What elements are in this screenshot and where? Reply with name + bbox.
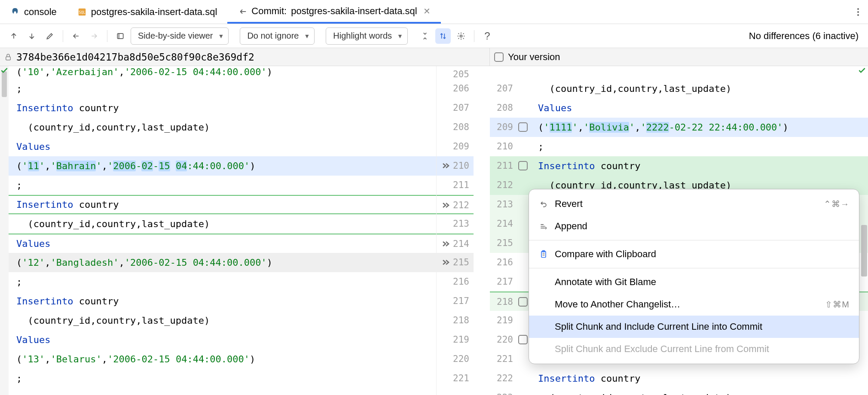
edit-button[interactable] [42,28,58,44]
include-all-checkbox[interactable] [494,52,504,62]
right-scrollbar[interactable] [860,66,868,395]
line-number[interactable]: 209 [490,118,533,137]
line-number[interactable]: 222 [490,369,533,388]
line-number[interactable]: 217 [490,272,533,292]
line-number[interactable]: 220 [437,349,474,369]
line-number[interactable]: 220 [490,330,533,349]
line-number[interactable]: 214 [490,214,533,234]
left-pane[interactable]: ('10','Azerbaijan','2006-02-15 04:44:00.… [0,66,436,395]
viewer-mode-dropdown[interactable]: Side-by-side viewer ▼ [131,27,229,45]
line-number[interactable]: 210 [490,137,533,156]
chevron-down-icon: ▼ [304,33,310,40]
settings-button[interactable] [453,28,469,44]
tab-commit[interactable]: Commit: postgres-sakila-insert-data.sql … [227,0,440,24]
line-number[interactable]: 208 [490,98,533,118]
menu-item-label: Revert [555,198,583,210]
line-number[interactable]: 215 [490,234,533,253]
line-number[interactable]: 218 [437,311,474,330]
accept-chunk-icon[interactable] [440,200,450,210]
lock-icon [4,53,12,61]
commit-icon [238,6,247,16]
svg-point-2 [857,8,859,10]
line-number[interactable]: 211 [490,156,533,176]
chevron-down-icon: ▼ [218,33,224,40]
include-line-checkbox[interactable] [518,122,528,132]
code-line: Insert into country [0,98,436,118]
your-version-label: Your version [508,52,560,63]
line-number[interactable]: 214 [437,234,474,253]
line-number[interactable]: 221 [437,369,474,388]
line-number[interactable]: 212 [490,176,533,195]
code-line: ('11','Bahrain','2006-02-15 04:44:00.000… [0,156,436,176]
ignore-mode-dropdown[interactable]: Do not ignore ▼ [240,27,315,45]
line-number[interactable]: 212 [437,195,474,214]
menu-item-label: Split Chunk and Include Current Line int… [555,321,762,332]
accept-chunk-icon[interactable] [440,257,450,267]
accept-chunk-icon[interactable] [440,161,450,171]
line-number[interactable]: 207 [490,79,533,98]
sync-scroll-button[interactable] [435,28,451,44]
menu-item[interactable]: Split Chunk and Include Current Line int… [529,316,859,338]
collapse-button[interactable] [417,28,433,44]
line-number[interactable]: 213 [437,214,474,234]
accept-chunk-icon[interactable] [440,239,450,249]
line-number[interactable]: 215 [437,253,474,272]
line-number[interactable]: 219 [437,330,474,349]
code-line: Insert into country [0,292,436,311]
line-number[interactable]: 221 [490,349,533,369]
line-number[interactable]: 208 [437,118,474,137]
svg-text:SQL: SQL [79,10,85,14]
code-line: (country_id,country,last_update) [0,118,436,137]
dropdown-label: Highlight words [333,31,392,41]
more-icon[interactable] [848,7,868,17]
line-number[interactable]: 216 [437,272,474,292]
next-diff-button[interactable] [24,28,40,44]
diff-status: No differences (6 inactive) [749,30,862,42]
append-icon [538,222,549,231]
menu-item-label: Move to Another Changelist… [555,299,680,310]
line-number[interactable]: 223 [490,388,533,395]
dropdown-label: Side-by-side viewer [138,31,213,41]
diff-splitter[interactable] [474,66,490,395]
include-line-checkbox[interactable] [518,161,528,170]
include-line-checkbox[interactable] [518,297,528,307]
close-icon[interactable]: ✕ [423,6,431,16]
tab-console[interactable]: console [0,0,67,24]
highlight-mode-dropdown[interactable]: Highlight words ▼ [326,27,408,45]
menu-item-label: Compare with Clipboard [555,249,656,260]
help-button[interactable]: ? [480,28,495,44]
line-number[interactable]: 209 [437,137,474,156]
menu-item[interactable]: Compare with Clipboard [529,243,859,265]
code-line: ; [0,272,436,292]
menu-item[interactable]: Revert⌃⌘→ [529,193,859,215]
line-number[interactable]: 207 [437,98,474,118]
line-number[interactable]: 219 [490,311,533,330]
line-number[interactable]: 216 [490,253,533,272]
status-ok-icon [0,66,9,75]
line-number[interactable]: 218 [490,292,533,311]
line-number[interactable]: 206 [437,79,474,98]
layout-button[interactable] [113,28,128,44]
line-number[interactable]: 217 [437,292,474,311]
code-line: Insert into country [0,195,436,214]
prev-diff-button[interactable] [6,28,21,44]
clipboard-icon [538,250,549,258]
postgres-icon [10,7,20,17]
menu-item[interactable]: Append [529,215,859,237]
tab-sql-file[interactable]: SQL postgres-sakila-insert-data.sql [67,0,227,24]
tab-label: postgres-sakila-insert-data.sql [291,6,417,17]
revision-header: 3784be366e1d04217ba8d50e5c80f90c8e369df2… [0,48,868,66]
back-button[interactable] [68,28,84,44]
include-line-checkbox[interactable] [518,335,528,344]
code-line: (country_id,country,last_update) [0,214,436,234]
forward-button[interactable] [86,28,102,44]
menu-item[interactable]: Move to Another Changelist…⇧⌘M [529,293,859,316]
line-number[interactable]: 211 [437,176,474,195]
line-number[interactable]: 210 [437,156,474,176]
menu-item-label: Split Chunk and Exclude Current Line fro… [555,343,769,355]
menu-item[interactable]: Annotate with Git Blame [529,271,859,293]
svg-point-4 [857,14,859,16]
svg-point-3 [857,11,859,13]
line-number[interactable]: 213 [490,195,533,214]
left-scrollbar[interactable] [0,66,9,395]
